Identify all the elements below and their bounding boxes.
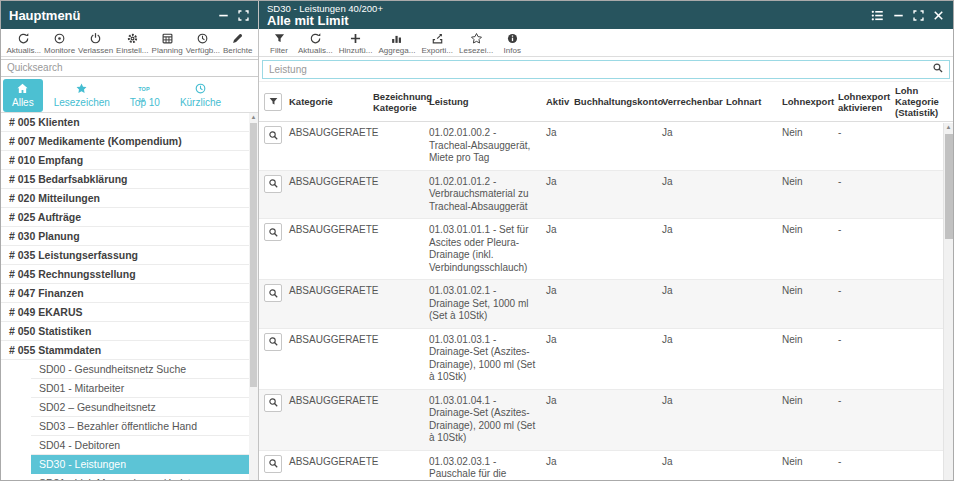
table-row[interactable]: ABSAUGGERAETE01.02.01.00.2 - Tracheal-Ab…	[259, 122, 953, 171]
submenu-item[interactable]: SD04 - Debitoren	[31, 436, 249, 455]
expand-button[interactable]	[912, 9, 925, 22]
toolbar-einstellungen-button[interactable]: Einstell...	[115, 32, 150, 55]
table-row[interactable]: ABSAUGGERAETE01.03.01.03.1 - Drainage-Se…	[259, 328, 953, 389]
cell-kategorie: ABSAUGGERAETE	[289, 389, 373, 450]
column-filter-button[interactable]	[264, 93, 282, 111]
menu-item[interactable]: # 030 Planung	[1, 227, 249, 246]
menu-item[interactable]: # 045 Rechnungsstellung	[1, 265, 249, 284]
cell-verrechenbar: Ja	[662, 328, 726, 389]
toolbar-aktualisieren-button[interactable]: Aktualis...	[5, 32, 42, 55]
column-header[interactable]: Buchhaltungskonto	[574, 82, 662, 122]
cell-leistung: 01.03.01.03.1 - Drainage-Set (Aszites-Dr…	[429, 328, 546, 389]
column-header[interactable]: Bezeichnung Kategorie	[373, 82, 429, 122]
toolbar-planning-button[interactable]: Planning	[150, 32, 184, 55]
row-detail-button[interactable]	[264, 126, 282, 144]
tab-top-10[interactable]: TOP10Top 10	[121, 79, 169, 112]
toolbar-lesezeichen-button[interactable]: Lesezei...	[456, 32, 496, 55]
scroll-up-icon[interactable]: ▲	[249, 113, 258, 122]
minimize-button[interactable]	[892, 9, 905, 22]
submenu-item-selected[interactable]: SD30 - Leistungen	[31, 455, 249, 474]
row-detail-button[interactable]	[264, 223, 282, 241]
expand-button[interactable]	[237, 9, 250, 22]
minimize-button[interactable]	[217, 9, 230, 22]
table-row[interactable]: ABSAUGGERAETE01.03.01.02.1 - Drainage Se…	[259, 280, 953, 329]
toolbar-infos-button[interactable]: Infos	[496, 32, 528, 55]
submenu-item[interactable]: SD31 - Link Massnahmen / Leistungen	[31, 474, 249, 481]
toolbar-berichte-label: Berichte	[223, 46, 252, 55]
scroll-up-icon[interactable]: ▲	[944, 123, 953, 132]
cell-buchhaltungskonto	[574, 328, 662, 389]
toolbar-filter-button[interactable]: Filter	[263, 32, 295, 55]
menu-item[interactable]: # 047 Finanzen	[1, 284, 249, 303]
quicksearch-wrap	[1, 57, 258, 77]
toolbar-exportieren-button[interactable]: Exporti...	[418, 32, 456, 55]
table-row[interactable]: ABSAUGGERAETE01.03.02.03.1 - Pauschale f…	[259, 450, 953, 480]
quicksearch-input[interactable]	[1, 59, 258, 77]
calendar-icon	[161, 32, 174, 45]
minus-icon	[892, 9, 905, 22]
toolbar-hinzufuegen-button[interactable]: Hinzufü...	[336, 32, 376, 55]
cell-lohnexport: Nein	[782, 280, 838, 329]
toolbar-verfuegbarkeit-button[interactable]: Verfügb...	[184, 32, 221, 55]
column-header[interactable]: Kategorie	[289, 82, 373, 122]
column-header[interactable]: Verrechenbar	[662, 82, 726, 122]
column-header[interactable]: Aktiv	[546, 82, 574, 122]
menu-item[interactable]: # 015 Bedarfsabklärung	[1, 170, 249, 189]
menu-scroll-thumb[interactable]	[250, 123, 257, 388]
cell-leistung: 01.03.02.03.1 - Pauschale für die Erstin…	[429, 450, 546, 480]
cell-lohnexport-aktivieren: -	[838, 122, 895, 171]
submenu-item[interactable]: SD02 – Gesundheitsnetz	[31, 398, 249, 417]
cell-verrechenbar: Ja	[662, 389, 726, 450]
column-header[interactable]: Lohn Kategorie (Statistik)	[895, 82, 953, 122]
cell-leistung: 01.03.01.01.1 - Set für Ascites oder Ple…	[429, 219, 546, 280]
cell-bezeichnung-kategorie	[373, 219, 429, 280]
sd30-panel-header: SD30 - Leistungen 40/200+ Alle mit Limit	[259, 1, 953, 29]
cell-aktiv: Ja	[546, 170, 574, 219]
search-icon[interactable]	[932, 62, 944, 74]
column-header[interactable]: Leistung	[429, 82, 546, 122]
menu-item[interactable]: # 035 Leistungserfassung	[1, 246, 249, 265]
menu-item[interactable]: # 020 Mitteilungen	[1, 189, 249, 208]
row-detail-button[interactable]	[264, 455, 282, 473]
toolbar-verlassen-button[interactable]: Verlassen	[77, 32, 115, 55]
toolbar-monitore-button[interactable]: Monitore	[42, 32, 76, 55]
submenu-item[interactable]: SD00 - Gesundheitsnetz Suche	[31, 360, 249, 379]
tab-kuerzliche[interactable]: Kürzliche	[171, 79, 230, 112]
menu-item[interactable]: # 050 Statistiken	[1, 322, 249, 341]
table-body: ABSAUGGERAETE01.02.01.00.2 - Tracheal-Ab…	[259, 122, 953, 481]
table-row[interactable]: ABSAUGGERAETE01.03.01.04.1 - Drainage-Se…	[259, 389, 953, 450]
submenu-item[interactable]: SD03 – Bezahler öffentliche Hand	[31, 417, 249, 436]
tab-lesezeichen[interactable]: Lesezeichen	[45, 79, 119, 112]
column-header[interactable]: Lohnexport	[782, 82, 838, 122]
toolbar-aktualisieren-button[interactable]: Aktualis...	[295, 32, 336, 55]
leistung-search-input[interactable]	[262, 60, 950, 79]
table-row[interactable]: ABSAUGGERAETE01.02.01.01.2 - Verbrauchsm…	[259, 170, 953, 219]
menu-item[interactable]: # 010 Empfang	[1, 151, 249, 170]
toolbar-aggregation-button[interactable]: Aggrega...	[375, 32, 418, 55]
close-button[interactable]	[932, 9, 945, 22]
refresh-icon	[17, 32, 30, 45]
table-scrollbar[interactable]: ▲	[943, 123, 953, 480]
row-detail-button[interactable]	[264, 175, 282, 193]
menu-item[interactable]: # 049 EKARUS	[1, 303, 249, 322]
menu-scrollbar[interactable]: ▲	[249, 113, 258, 481]
row-detail-button[interactable]	[264, 394, 282, 412]
submenu-item[interactable]: SD01 - Mitarbeiter	[31, 379, 249, 398]
tab-alles[interactable]: Alles	[3, 79, 43, 112]
table-row[interactable]: ABSAUGGERAETE01.03.01.01.1 - Set für Asc…	[259, 219, 953, 280]
toolbar-filter-label: Filter	[270, 46, 288, 55]
column-header[interactable]: Lohnart	[726, 82, 782, 122]
table-scroll-thumb[interactable]	[945, 134, 953, 239]
list-view-button[interactable]	[870, 8, 885, 23]
toolbar-monitore-label: Monitore	[44, 46, 75, 55]
menu-item[interactable]: # 025 Aufträge	[1, 208, 249, 227]
row-detail-button[interactable]	[264, 284, 282, 302]
cell-verrechenbar: Ja	[662, 122, 726, 171]
toolbar-berichte-button[interactable]: Berichte	[221, 32, 254, 55]
cell-bezeichnung-kategorie	[373, 280, 429, 329]
column-header[interactable]: Lohnexport aktivieren	[838, 82, 895, 122]
menu-item[interactable]: # 007 Medikamente (Kompendium)	[1, 132, 249, 151]
menu-item[interactable]: # 055 Stammdaten	[1, 341, 249, 360]
menu-item[interactable]: # 005 Klienten	[1, 113, 249, 132]
row-detail-button[interactable]	[264, 333, 282, 351]
